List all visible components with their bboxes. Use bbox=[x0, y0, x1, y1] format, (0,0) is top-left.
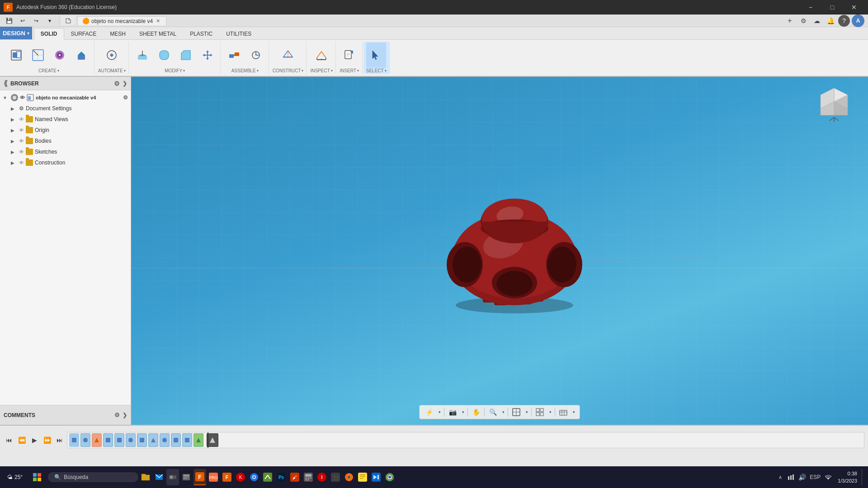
tl-op-6[interactable] bbox=[126, 433, 136, 447]
tray-network[interactable] bbox=[786, 469, 796, 485]
taskbar-iconpro[interactable]: PRO bbox=[207, 469, 220, 485]
cloud-tab-close[interactable]: ✕ bbox=[155, 18, 161, 24]
create-sketch-btn[interactable] bbox=[28, 42, 48, 68]
chamfer-btn[interactable] bbox=[176, 42, 196, 68]
browser-expand-icon[interactable]: ❯ bbox=[123, 80, 127, 87]
app-settings-icon[interactable]: ⚙ bbox=[797, 15, 809, 27]
drive-joint-btn[interactable] bbox=[246, 42, 266, 68]
browser-settings-icon[interactable]: ⚙ bbox=[114, 80, 120, 87]
timeline-track[interactable] bbox=[67, 432, 864, 448]
taskbar-dragon[interactable]: ⬛ bbox=[329, 469, 342, 485]
tree-construction[interactable]: ▶ 👁 Construction bbox=[0, 157, 131, 168]
start-button[interactable] bbox=[27, 468, 47, 486]
tree-sketches[interactable]: ▶ 👁 Sketches bbox=[0, 146, 131, 157]
language-indicator[interactable]: ESP bbox=[808, 469, 822, 485]
taskbar-mail[interactable] bbox=[153, 469, 165, 485]
tl-next-btn[interactable]: ⏩ bbox=[42, 435, 52, 446]
taskbar-fb[interactable]: F bbox=[221, 469, 233, 485]
comments-expand-icon[interactable]: ❯ bbox=[123, 412, 127, 418]
zoom-dropdown[interactable]: ▾ bbox=[500, 406, 506, 418]
fillet-btn[interactable] bbox=[154, 42, 174, 68]
quick-access-more[interactable]: ▾ bbox=[43, 15, 56, 26]
taskbar-chrome[interactable] bbox=[383, 469, 396, 485]
grid-env-btn[interactable] bbox=[533, 406, 547, 418]
undo-button[interactable]: ↩ bbox=[16, 15, 29, 26]
tab-mesh[interactable]: MESH bbox=[103, 28, 132, 40]
taskbar-app7[interactable]: K bbox=[234, 469, 247, 485]
new-component-btn[interactable] bbox=[6, 42, 26, 68]
tl-op-7[interactable] bbox=[137, 433, 147, 447]
inspect-arrow[interactable]: ▾ bbox=[331, 69, 333, 73]
cloud-icon[interactable]: ☁ bbox=[811, 15, 823, 27]
tl-last-btn[interactable]: ⏭ bbox=[54, 435, 65, 446]
create-form-btn[interactable] bbox=[50, 42, 70, 68]
show-desktop[interactable] bbox=[862, 469, 864, 485]
automate-btn[interactable] bbox=[102, 42, 122, 68]
taskbar-notes[interactable] bbox=[356, 469, 369, 485]
tab-utilities[interactable]: UTILITIES bbox=[219, 28, 258, 40]
maximize-button[interactable]: □ bbox=[822, 0, 843, 14]
zoom-btn[interactable]: 🔍 bbox=[486, 406, 500, 418]
grid-env-dropdown[interactable]: ▾ bbox=[547, 406, 553, 418]
tl-op-4[interactable] bbox=[103, 433, 113, 447]
minimize-button[interactable]: − bbox=[800, 0, 821, 14]
root-item-settings[interactable]: ⚙ bbox=[123, 94, 128, 101]
tl-op-1[interactable] bbox=[69, 433, 79, 447]
tl-op-8[interactable] bbox=[148, 433, 158, 447]
clock-widget[interactable]: 0:38 1/3/2023 bbox=[834, 470, 861, 485]
root-visibility-icon[interactable]: 👁 bbox=[20, 95, 25, 100]
redo-button[interactable]: ↪ bbox=[30, 15, 42, 26]
tl-op-10[interactable] bbox=[171, 433, 181, 447]
new-tab-button[interactable]: + bbox=[784, 15, 796, 27]
help-icon[interactable]: ? bbox=[838, 15, 850, 27]
tree-bodies[interactable]: ▶ 👁 Bodies bbox=[0, 136, 131, 146]
browser-collapse-btn[interactable]: ⟪ bbox=[4, 79, 8, 88]
tl-op-11[interactable] bbox=[182, 433, 192, 447]
tree-document-settings[interactable]: ▶ ⚙ Document Settings bbox=[0, 103, 131, 114]
insert-derive-btn[interactable] bbox=[340, 42, 359, 68]
taskbar-brush[interactable]: 🖌 bbox=[288, 469, 301, 485]
objects-dropdown[interactable]: ▾ bbox=[571, 406, 577, 418]
tl-op-9[interactable] bbox=[160, 433, 170, 447]
taskbar-search[interactable]: 🔍 Búsqueda bbox=[48, 472, 138, 482]
select-btn[interactable] bbox=[366, 42, 386, 68]
camera-dropdown[interactable]: ▾ bbox=[460, 406, 466, 418]
tab-surface[interactable]: SURFACE bbox=[64, 28, 104, 40]
view-cube[interactable] bbox=[814, 84, 854, 126]
tl-op-2[interactable] bbox=[80, 433, 90, 447]
taskbar-vscode[interactable] bbox=[370, 469, 382, 485]
snap-dropdown[interactable]: ▾ bbox=[436, 406, 443, 418]
snap-btn[interactable]: ⚡ bbox=[422, 406, 436, 418]
assemble-arrow[interactable]: ▾ bbox=[257, 69, 259, 73]
tree-origin[interactable]: ▶ 👁 Origin bbox=[0, 125, 131, 136]
taskbar-files2[interactable] bbox=[180, 469, 193, 485]
tab-solid[interactable]: SOLID bbox=[34, 28, 64, 40]
taskbar-firefox[interactable] bbox=[343, 469, 355, 485]
extrude-btn[interactable] bbox=[71, 42, 91, 68]
design-dropdown[interactable]: DESIGN bbox=[3, 30, 25, 37]
tab-sheet-metal[interactable]: SHEET METAL bbox=[132, 28, 183, 40]
comments-settings-icon[interactable]: ⚙ bbox=[114, 412, 120, 418]
show-hidden-icons[interactable]: ∧ bbox=[775, 469, 785, 485]
viewport[interactable]: ⚡ ▾ 📷 ▾ ✋ 🔍 ▾ ▾ bbox=[131, 77, 868, 425]
tl-play-btn[interactable]: ▶ bbox=[29, 435, 40, 446]
display-mode-btn[interactable] bbox=[509, 406, 523, 418]
taskbar-red-app[interactable]: I bbox=[316, 469, 328, 485]
create-arrow[interactable]: ▾ bbox=[57, 69, 59, 73]
taskbar-camera[interactable] bbox=[166, 469, 179, 485]
taskbar-ps[interactable]: Ps bbox=[275, 469, 288, 485]
tree-root-item[interactable]: ▼ 👁 objeto no mecanizable v4 ⚙ bbox=[0, 92, 131, 103]
user-avatar[interactable]: A bbox=[852, 14, 864, 27]
taskbar-green-app[interactable] bbox=[261, 469, 274, 485]
camera-btn[interactable]: 📷 bbox=[446, 406, 459, 418]
automate-arrow[interactable]: ▾ bbox=[124, 69, 126, 73]
construct-arrow[interactable]: ▾ bbox=[302, 69, 303, 73]
move-btn[interactable] bbox=[198, 42, 217, 68]
tl-prev-btn[interactable]: ⏪ bbox=[16, 435, 27, 446]
display-dropdown[interactable]: ▾ bbox=[524, 406, 530, 418]
press-pull-btn[interactable] bbox=[132, 42, 152, 68]
close-button[interactable]: ✕ bbox=[844, 0, 864, 14]
tray-volume[interactable]: 🔊 bbox=[797, 469, 807, 485]
file-tab[interactable] bbox=[61, 16, 75, 25]
tree-named-views[interactable]: ▶ 👁 Named Views bbox=[0, 114, 131, 125]
